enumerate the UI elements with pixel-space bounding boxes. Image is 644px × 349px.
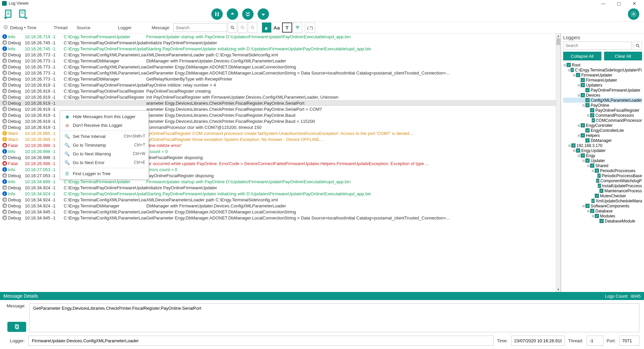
time-field[interactable] <box>511 336 565 346</box>
tree-node[interactable]: ✓DbManager <box>563 138 642 143</box>
tree-node[interactable]: ⊟✓Helpers <box>563 133 642 138</box>
checkbox[interactable]: ✓ <box>581 83 585 87</box>
tree-node[interactable]: ⊟✓CommandProcessors <box>563 113 642 118</box>
tree-node[interactable]: ⊟✓EngyController <box>563 123 642 128</box>
port-field[interactable] <box>619 336 639 346</box>
expand-icon[interactable]: ⊟ <box>568 144 571 147</box>
ctx-set-time-interval[interactable]: 🔍 Set Time Interval Ctrl+Shift+T <box>60 132 149 141</box>
expand-icon[interactable]: ⊟ <box>582 159 585 162</box>
scroll-down-button[interactable] <box>258 8 269 20</box>
expand-icon[interactable]: ⊟ <box>573 73 576 77</box>
settings-button[interactable] <box>628 8 639 20</box>
tree-node[interactable]: ⊟✓Shared <box>563 163 642 168</box>
col-thread[interactable]: Thread <box>52 25 67 30</box>
scroll-down-arrow[interactable]: ▼ <box>556 287 560 292</box>
checkbox[interactable]: ✓ <box>590 163 594 168</box>
checkbox[interactable]: ✓ <box>585 128 590 133</box>
tree-node[interactable]: ✓PayOnlineFiscalRegister <box>563 108 642 113</box>
expand-icon[interactable]: ⊟ <box>577 124 581 127</box>
logger-field[interactable] <box>28 336 494 346</box>
filter-options-button[interactable] <box>293 22 302 33</box>
checkbox[interactable]: ✓ <box>585 204 590 208</box>
expand-icon[interactable]: ⊟ <box>573 149 576 152</box>
expand-icon[interactable]: ⊟ <box>582 104 585 107</box>
ctx-dont-receive[interactable]: ⊘ Don't Receive this Logger <box>60 121 149 130</box>
expand-icon[interactable]: ⊟ <box>577 94 581 97</box>
expand-icon[interactable]: ⊟ <box>577 154 581 157</box>
clear-all-button[interactable]: Clear All <box>604 52 642 60</box>
table-row[interactable]: ⚙Debug10:16:34.924-1C:\Engy.TerminalSiDb… <box>0 203 560 209</box>
highlight-toggle[interactable] <box>262 22 271 33</box>
table-row[interactable]: ⚙Debug10:16:26.773-1C:\Engy.TerminalSiCo… <box>0 70 560 76</box>
tree-node[interactable]: ✓MutexChecker <box>563 193 642 198</box>
ctx-goto-timestamp[interactable]: 🔍 Go to Timestamp Ctrl+T <box>60 141 149 149</box>
whole-word-toggle[interactable]: T <box>282 22 292 33</box>
checkbox[interactable]: ✓ <box>581 93 585 97</box>
expand-icon[interactable]: ⊟ <box>563 63 567 67</box>
close-button[interactable]: ✕ <box>627 0 642 6</box>
expand-icon[interactable]: ⊟ <box>587 164 590 167</box>
expand-icon[interactable]: ⊟ <box>591 169 595 172</box>
table-row[interactable]: iInfo10:16:26.719-1C:\Engy.TerminalSiFir… <box>0 34 560 40</box>
tree-node[interactable]: ⊟✓FirmwareUpdater <box>563 72 642 78</box>
tree-node[interactable]: ✓EngyControllerLite <box>563 128 642 133</box>
table-row[interactable]: ⚙Debug10:16:26.773-1C:\Engy.TerminalSiCo… <box>0 64 560 70</box>
search-prev-button[interactable] <box>238 22 247 33</box>
tree-node[interactable]: ✓XmlUpdateScheduleManag <box>563 198 642 203</box>
table-row[interactable]: ⚙Debug10:16:26.773-1C:\Engy.TerminalSiCo… <box>0 52 560 58</box>
table-row[interactable]: ⚙Debug10:16:26.919-1C:\Engy.TerminalSiPa… <box>0 82 560 88</box>
checkbox[interactable]: ✓ <box>595 168 599 173</box>
level-filter-dropdown[interactable]: Debug▾ <box>8 25 25 30</box>
checkbox[interactable]: ✓ <box>576 73 580 77</box>
table-row[interactable]: ⚙Debug10:16:34.945-1C:\Engy.TerminalSiCo… <box>0 215 560 221</box>
checkbox[interactable]: ✓ <box>581 153 585 158</box>
checkbox[interactable]: ✓ <box>590 209 594 213</box>
checkbox[interactable]: ✓ <box>590 113 594 117</box>
checkbox[interactable]: ✓ <box>581 78 585 82</box>
ctx-goto-next-error[interactable]: 🔍 Go to Next Error Ctrl+E <box>60 158 149 167</box>
regex-input[interactable]: (.*) <box>305 22 315 33</box>
tree-node[interactable]: ⊟✓SoftwareComponents <box>563 203 642 208</box>
open-file-icon[interactable] <box>3 8 15 20</box>
tree-node[interactable]: ✓ComponentWatchdogPr <box>563 178 642 183</box>
match-case-toggle[interactable]: Aa <box>272 22 281 33</box>
table-row[interactable]: ⚙Debug10:16:34.924-1C:\Engy.TerminalSiCo… <box>0 197 560 203</box>
search-input[interactable] <box>173 23 227 32</box>
checkbox[interactable]: ✓ <box>581 123 585 128</box>
tree-node[interactable]: ⊟✓Root <box>563 62 642 67</box>
scroll-up-arrow[interactable]: ▲ <box>556 34 560 38</box>
checkbox[interactable]: ✓ <box>567 63 571 67</box>
checkbox[interactable]: ✓ <box>595 214 599 218</box>
tree-node[interactable]: ✓COMCommandProcessor <box>563 118 642 123</box>
table-row[interactable]: ⚙Debug10:16:26.919-1arameter Engy.Device… <box>0 100 560 106</box>
tree-node[interactable]: ⊟✓192.168.3.170 <box>563 143 642 148</box>
message-text[interactable]: GetParameter Engy.DevicesLibraries.Check… <box>30 303 639 332</box>
checkbox[interactable]: ✓ <box>571 143 576 148</box>
table-row[interactable]: iInfo10:16:34.924-1C:\Engy.TerminalSiPay… <box>0 191 560 197</box>
col-source[interactable]: Source <box>67 25 100 30</box>
checkbox[interactable]: ✓ <box>571 68 574 72</box>
table-row[interactable]: ⚙Debug10:16:26.919-1C:\Engy.TerminalSiPa… <box>0 88 560 94</box>
expand-icon[interactable]: ⊟ <box>587 209 590 213</box>
tree-search-input[interactable] <box>563 42 632 50</box>
expand-icon[interactable]: ⊟ <box>568 68 571 72</box>
scroll-up-button[interactable] <box>227 8 238 20</box>
expand-icon[interactable]: ⊟ <box>577 84 581 87</box>
checkbox[interactable]: ✓ <box>599 219 604 223</box>
tree-node[interactable]: ⊟✓PayOnline <box>563 103 642 108</box>
expand-icon[interactable]: ⊟ <box>587 114 590 117</box>
table-row[interactable]: ⚙Debug10:16:26.773-1C:\Engy.TerminalSiDb… <box>0 76 560 82</box>
checkbox[interactable]: ✓ <box>585 103 590 107</box>
tree-node[interactable]: ⊟✓PeriodicProccesses <box>563 168 642 173</box>
expand-icon[interactable]: ⊟ <box>582 204 585 208</box>
tree-node[interactable]: ✓InstallUpdateProccess <box>563 183 642 188</box>
ctx-hide-logger[interactable]: ◉ Hide Messages from this Logger <box>60 112 149 121</box>
table-row[interactable]: iInfo10:16:26.745-1C:\Engy.TerminalSiPay… <box>0 46 560 52</box>
copy-message-button[interactable] <box>7 322 26 332</box>
tree-node[interactable]: ⊟✓Database <box>563 208 642 213</box>
tree-node[interactable]: ✓MaintenanceProcess <box>563 188 642 193</box>
tree-search-button[interactable] <box>633 42 642 50</box>
col-time[interactable]: Time <box>25 25 52 30</box>
search-all-button[interactable] <box>248 22 257 33</box>
maximize-button[interactable]: ▢ <box>611 0 627 6</box>
